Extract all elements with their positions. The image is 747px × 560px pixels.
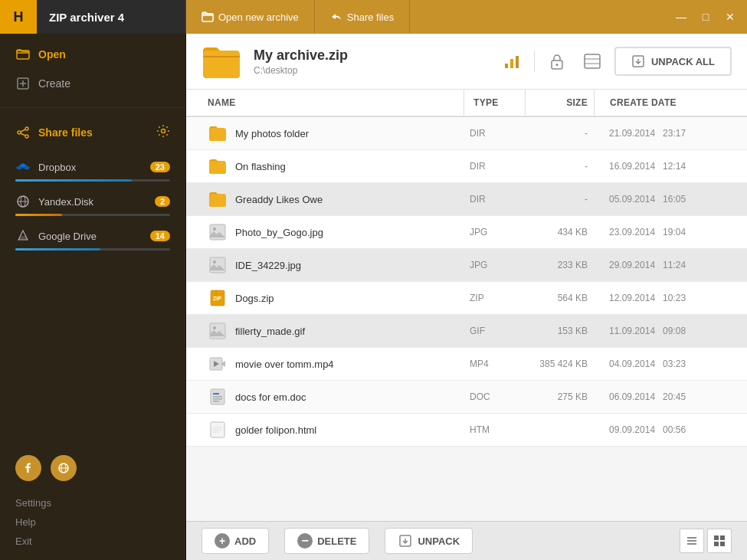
open-archive-button[interactable]: Open new archive xyxy=(186,0,315,34)
sidebar-item-dropbox[interactable]: Dropbox 23 xyxy=(0,153,185,178)
stats-icon[interactable] xyxy=(499,48,525,74)
unpack-button[interactable]: UNPACK xyxy=(385,528,473,554)
sidebar-item-share[interactable]: Share files xyxy=(0,117,185,147)
file-date: 23.09.2014 19:04 xyxy=(594,221,732,244)
delete-label: DELETE xyxy=(317,535,356,547)
table-row[interactable]: Photo_by_Gogo.jpg JPG 434 KB 23.09.2014 … xyxy=(186,216,747,249)
share-files-button[interactable]: Share files xyxy=(315,0,410,34)
dropbox-progress-bar xyxy=(15,179,170,182)
create-label: Create xyxy=(38,77,70,90)
table-row[interactable]: IDE_34229.jpg JPG 233 KB 29.09.2014 11:2… xyxy=(186,249,747,282)
create-icon xyxy=(15,76,31,91)
delete-button[interactable]: − DELETE xyxy=(284,528,369,554)
list-view-button[interactable] xyxy=(680,529,704,553)
svg-point-5 xyxy=(25,135,28,138)
file-date: 04.09.2014 03:23 xyxy=(594,352,732,375)
file-name: golder folipon.html xyxy=(201,414,464,446)
svg-point-4 xyxy=(18,131,21,134)
table-header: Name Type Size Create Date xyxy=(186,90,747,117)
social-icons xyxy=(15,455,170,481)
dropbox-label: Dropbox xyxy=(38,162,76,173)
file-type-icon xyxy=(208,420,228,440)
grid-view-button[interactable] xyxy=(707,529,732,553)
th-date: Create Date xyxy=(594,90,732,116)
close-button[interactable]: ✕ xyxy=(719,6,741,28)
table-row[interactable]: On flashing DIR - 16.09.2014 12:14 xyxy=(186,150,747,183)
file-size xyxy=(525,424,594,436)
minimize-button[interactable]: — xyxy=(670,6,692,28)
unpack-icon xyxy=(631,54,645,68)
svg-rect-20 xyxy=(585,54,600,68)
dropbox-badge: 23 xyxy=(150,162,170,172)
maximize-button[interactable]: □ xyxy=(695,6,716,28)
svg-rect-50 xyxy=(720,535,725,540)
table-row[interactable]: Greaddy Likes Owe DIR - 05.09.2014 16:05 xyxy=(186,183,747,216)
exit-link[interactable]: Exit xyxy=(15,532,170,551)
file-type: ZIP xyxy=(464,287,525,309)
svg-line-6 xyxy=(21,129,25,132)
sidebar-item-create[interactable]: Create xyxy=(0,69,185,98)
unpack-all-label: UNPACK ALL xyxy=(651,56,715,67)
file-name-text: My photos folder xyxy=(235,128,309,139)
file-type-icon xyxy=(208,354,228,374)
svg-rect-17 xyxy=(516,56,519,68)
svg-rect-37 xyxy=(213,393,219,395)
table-row[interactable]: fillerty_made.gif GIF 153 KB 11.09.2014 … xyxy=(186,315,747,348)
add-button[interactable]: + ADD xyxy=(201,528,269,554)
list-icon[interactable] xyxy=(579,48,605,74)
delete-icon: − xyxy=(297,533,313,549)
file-type: DOC xyxy=(464,385,525,408)
table-row[interactable]: movie over tomm.mp4 MP4 385 424 KB 04.09… xyxy=(186,348,747,381)
table-row[interactable]: docs for em.doc DOC 275 KB 06.09.2014 20… xyxy=(186,381,747,414)
unpack-all-button[interactable]: UNPACK ALL xyxy=(614,47,732,76)
table-row[interactable]: My photos folder DIR - 21.09.2014 23:17 xyxy=(186,117,747,150)
table-row[interactable]: golder folipon.html HTM 09.09.2014 00:56 xyxy=(186,414,747,447)
file-name: Greaddy Likes Owe xyxy=(201,183,464,215)
settings-link[interactable]: Settings xyxy=(15,493,170,513)
settings-icon[interactable] xyxy=(156,124,170,138)
yandex-badge: 2 xyxy=(155,196,170,207)
th-name: Name xyxy=(201,90,464,116)
file-date: 11.09.2014 09:08 xyxy=(594,319,732,342)
open-icon xyxy=(15,47,31,62)
share-icon xyxy=(330,11,342,23)
sidebar-item-open[interactable]: Open xyxy=(0,40,185,69)
yandex-progress-bar xyxy=(15,214,170,216)
svg-point-8 xyxy=(162,129,165,133)
file-type-icon xyxy=(208,255,228,275)
file-size: - xyxy=(525,122,594,145)
file-size: 153 KB xyxy=(525,319,594,342)
file-type: HTM xyxy=(464,418,525,441)
file-size: 233 KB xyxy=(525,254,594,277)
file-size: 385 424 KB xyxy=(525,352,594,375)
sidebar-item-yandex[interactable]: Yandex.Disk 2 xyxy=(0,188,185,212)
web-icon[interactable] xyxy=(51,455,77,481)
svg-rect-16 xyxy=(510,59,513,68)
file-size: 434 KB xyxy=(525,221,594,244)
file-name-text: fillerty_made.gif xyxy=(235,326,305,337)
dropbox-icon xyxy=(15,159,31,175)
svg-rect-52 xyxy=(720,542,725,546)
svg-rect-38 xyxy=(213,396,222,398)
file-type-icon xyxy=(208,387,228,407)
svg-line-7 xyxy=(21,133,25,136)
facebook-icon[interactable] xyxy=(15,455,41,481)
lock-icon[interactable] xyxy=(544,48,570,74)
file-date: 16.09.2014 12:14 xyxy=(594,155,732,178)
file-type-icon xyxy=(208,189,228,209)
svg-point-27 xyxy=(213,260,216,264)
archive-info: My archive.zip C:\desktop xyxy=(254,47,487,76)
google-drive-badge: 14 xyxy=(150,231,170,241)
svg-point-32 xyxy=(213,326,216,329)
file-type: JPG xyxy=(464,254,525,277)
file-name: IDE_34229.jpg xyxy=(201,249,464,281)
file-name: movie over tomm.mp4 xyxy=(201,348,464,380)
file-name: fillerty_made.gif xyxy=(201,315,464,347)
table-row[interactable]: ZIP Dogs.zip ZIP 564 KB 12.09.2014 10:23 xyxy=(186,282,747,315)
help-link[interactable]: Help xyxy=(15,513,170,532)
file-table: Name Type Size Create Date My photos fol… xyxy=(186,90,747,521)
sidebar-item-google[interactable]: Google Drive 14 xyxy=(0,222,185,247)
file-date: 09.09.2014 00:56 xyxy=(594,418,732,441)
open-archive-label: Open new archive xyxy=(218,11,299,23)
file-date: 29.09.2014 11:24 xyxy=(594,254,732,277)
